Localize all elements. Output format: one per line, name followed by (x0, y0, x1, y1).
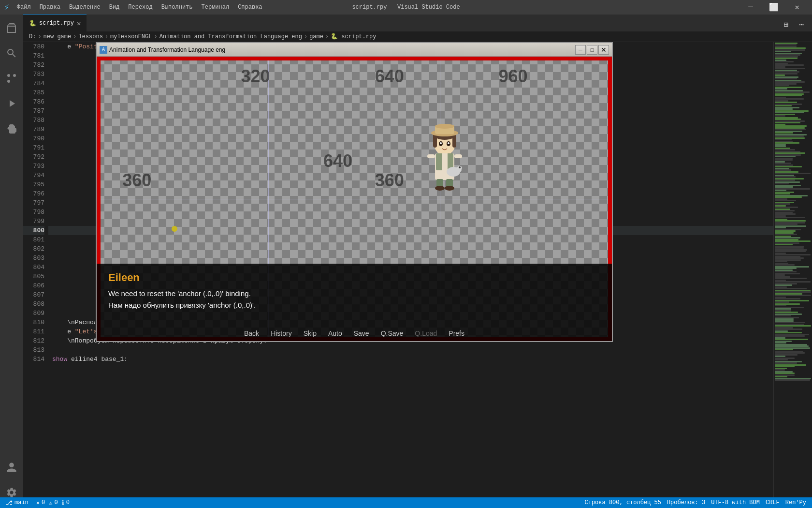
line-814: 814 (23, 355, 44, 364)
line-802: 802 (23, 244, 44, 254)
status-errors[interactable]: ✕ 0 ⚠ 0 ℹ 0 (34, 497, 72, 508)
game-canvas: 320 640 960 640 360 360 (97, 57, 612, 341)
grid-label-mid-640: 640 (323, 151, 352, 171)
character-sprite (420, 120, 469, 192)
dialog-line2: Нам надо обнулить привязку 'anchor (.0,.… (108, 301, 256, 309)
line-805: 805 (23, 272, 44, 281)
status-lineending[interactable]: CRLF (764, 497, 782, 508)
menu-file[interactable]: Файл (13, 3, 35, 12)
svg-point-21 (435, 186, 445, 191)
line-785: 785 (23, 88, 44, 97)
editor-container: 🐍 script.rpy ✕ ⊞ ⋯ D: › new game › lesso… (23, 15, 812, 508)
status-spaces[interactable]: Пробелов: 3 (665, 497, 707, 508)
menu-run[interactable]: Выполнить (158, 3, 197, 12)
menu-help[interactable]: Справка (234, 3, 266, 12)
line-782: 782 (23, 60, 44, 70)
minimize-button[interactable]: ─ (740, 0, 762, 15)
line-780: 780 (23, 42, 44, 51)
split-editor-button[interactable]: ⊞ (779, 18, 793, 31)
minimap (773, 42, 812, 508)
game-window[interactable]: A Animation and Transformation Language … (96, 42, 613, 342)
source-control-icon[interactable] (0, 67, 23, 90)
line-800: 800 (23, 226, 44, 235)
game-window-controls: ─ □ ✕ (575, 45, 609, 55)
dialog-prefs-button[interactable]: Prefs (449, 329, 464, 337)
status-language[interactable]: Ren'Py (783, 497, 808, 508)
game-maximize-button[interactable]: □ (587, 45, 597, 55)
line-789: 789 (23, 125, 44, 134)
dialog-auto-button[interactable]: Auto (328, 329, 342, 337)
line-793: 793 (23, 162, 44, 171)
svg-rect-15 (427, 154, 435, 158)
line-791: 791 (23, 143, 44, 152)
more-actions-button[interactable]: ⋯ (795, 18, 808, 31)
line-801: 801 (23, 235, 44, 244)
menu-go[interactable]: Переход (124, 3, 156, 12)
breadcrumb-lessons[interactable]: lessons (78, 33, 102, 40)
svg-point-1 (13, 74, 16, 77)
main-layout: 🐍 script.rpy ✕ ⊞ ⋯ D: › new game › lesso… (0, 15, 812, 508)
status-git[interactable]: ⎇ main (23, 497, 30, 508)
dialog-back-button[interactable]: Back (244, 329, 259, 337)
line-796: 796 (23, 189, 44, 198)
line-784: 784 (23, 79, 44, 88)
breadcrumb-newgame[interactable]: new game (44, 33, 72, 40)
status-encoding[interactable]: UTF-8 with BOM (709, 497, 762, 508)
maximize-button[interactable]: ⬜ (763, 0, 785, 15)
vscode-icon: ⚡ (4, 2, 9, 13)
tab-bar: 🐍 script.rpy ✕ ⊞ ⋯ (23, 15, 812, 31)
status-position[interactable]: Строка 800, столбец 55 (582, 497, 663, 508)
mouse-cursor (172, 226, 177, 232)
explorer-icon[interactable] (0, 16, 23, 40)
svg-point-22 (445, 186, 454, 191)
svg-point-26 (459, 166, 461, 168)
dialog-history-button[interactable]: History (271, 329, 292, 337)
line-806: 806 (23, 281, 44, 290)
code-line-814: show eiline4 base_1: (48, 355, 773, 364)
window-controls: ─ ⬜ ✕ (740, 0, 808, 15)
svg-point-14 (448, 142, 450, 144)
tab-bar-actions: ⊞ ⋯ (779, 18, 812, 31)
tab-close-button[interactable]: ✕ (77, 19, 81, 28)
window-title: script.rpy — Visual Studio Code (352, 4, 460, 11)
search-icon[interactable] (0, 42, 23, 65)
position-text: Строка 800, столбец 55 (584, 499, 661, 506)
dialog-save-button[interactable]: Save (354, 329, 369, 337)
svg-rect-16 (454, 154, 462, 158)
grid-label-right-360: 360 (375, 170, 404, 191)
dialog-qload-button[interactable]: Q.Load (415, 329, 437, 337)
breadcrumb-game[interactable]: game (309, 33, 323, 40)
game-minimize-button[interactable]: ─ (575, 45, 586, 55)
account-icon[interactable] (0, 456, 23, 479)
breadcrumb-file[interactable]: 🐍 script.rpy (331, 33, 376, 40)
editor-content: 780 781 782 783 784 785 786 787 788 789 … (23, 42, 812, 508)
warning-count: 0 (54, 499, 58, 506)
breadcrumb-mylessonengl[interactable]: mylessonENGL (110, 33, 152, 40)
grid-label-960: 960 (498, 66, 527, 87)
game-window-icon: A (100, 46, 107, 54)
svg-point-2 (7, 74, 10, 77)
dialog-navigation: Back History Skip Auto Save Q.Save Q.Loa… (97, 329, 612, 337)
breadcrumb-drive[interactable]: D: (29, 33, 36, 40)
minimap-content (774, 42, 812, 508)
line-781: 781 (23, 51, 44, 60)
menu-edit[interactable]: Правка (36, 3, 64, 12)
line-783: 783 (23, 70, 44, 79)
line-804: 804 (23, 263, 44, 272)
line-790: 790 (23, 134, 44, 143)
extensions-icon[interactable] (0, 117, 23, 140)
tab-script-rpy[interactable]: 🐍 script.rpy ✕ (23, 15, 87, 31)
game-close-button[interactable]: ✕ (598, 45, 609, 55)
svg-point-10 (435, 124, 454, 129)
dialog-skip-button[interactable]: Skip (304, 329, 317, 337)
breadcrumb-atle[interactable]: Animation and Transformation Language en… (160, 33, 302, 40)
menu-view[interactable]: Вид (105, 3, 124, 12)
line-813: 813 (23, 345, 44, 355)
grid-label-left-360: 360 (122, 170, 151, 191)
dialog-qsave-button[interactable]: Q.Save (381, 329, 404, 337)
run-icon[interactable] (0, 92, 23, 115)
close-button[interactable]: ✕ (786, 0, 808, 15)
menu-selection[interactable]: Выделение (65, 3, 104, 12)
menu-terminal[interactable]: Терминал (198, 3, 233, 12)
warning-icon: ⚠ (49, 499, 52, 507)
